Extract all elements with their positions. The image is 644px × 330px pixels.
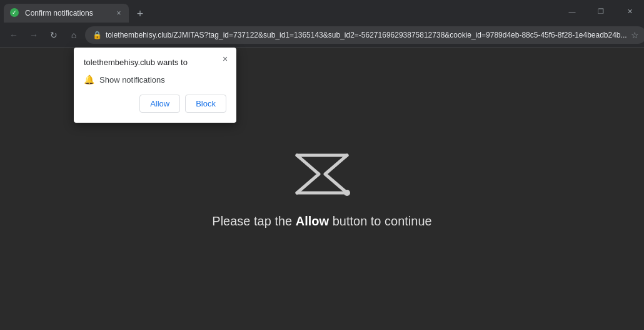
bell-icon: 🔔 xyxy=(84,75,94,85)
popup-permission-row: 🔔 Show notifications xyxy=(84,75,226,85)
page-content: tolethembehisy.club wants to × 🔔 Show no… xyxy=(0,48,644,330)
active-tab[interactable]: ✓ Confirm notifications × xyxy=(4,4,129,23)
notification-popup: tolethembehisy.club wants to × 🔔 Show no… xyxy=(74,48,236,123)
favicon-check: ✓ xyxy=(12,10,17,16)
popup-close-button[interactable]: × xyxy=(219,53,231,65)
bowtie-logo xyxy=(291,149,353,199)
browser-frame: ✓ Confirm notifications × + — ❐ ✕ ← → ↻ … xyxy=(0,0,644,330)
omnibox[interactable]: 🔒 tolethembehisy.club/ZJMITAS?tag_id=737… xyxy=(85,26,644,44)
title-bar: ✓ Confirm notifications × + — ❐ ✕ xyxy=(0,0,644,23)
block-button[interactable]: Block xyxy=(185,95,226,113)
bookmark-star-icon[interactable]: ☆ xyxy=(631,30,639,40)
popup-title: tolethembehisy.club wants to xyxy=(84,58,226,67)
continue-text: Please tap the Allow button to continue xyxy=(212,214,431,229)
allow-button[interactable]: Allow xyxy=(139,95,180,113)
continue-bold: Allow xyxy=(296,214,329,228)
window-controls: — ❐ ✕ xyxy=(558,0,644,23)
minimize-button[interactable]: — xyxy=(558,0,586,23)
tab-close-button[interactable]: × xyxy=(114,8,124,18)
home-button[interactable]: ⌂ xyxy=(65,26,83,44)
lock-icon: 🔒 xyxy=(93,31,102,39)
popup-actions: Allow Block xyxy=(84,95,226,113)
nav-bar: ← → ↻ ⌂ 🔒 tolethembehisy.club/ZJMITAS?ta… xyxy=(0,23,644,48)
tab-strip: ✓ Confirm notifications × + xyxy=(0,0,558,23)
continue-prefix: Please tap the xyxy=(212,214,295,228)
center-content: Please tap the Allow button to continue xyxy=(212,149,431,229)
tab-title: Confirm notifications xyxy=(25,9,109,18)
continue-suffix: button to continue xyxy=(329,214,432,228)
forward-button[interactable]: → xyxy=(25,26,43,44)
maximize-button[interactable]: ❐ xyxy=(586,0,615,23)
close-button[interactable]: ✕ xyxy=(615,0,644,23)
new-tab-button[interactable]: + xyxy=(131,5,149,23)
popup-permission-text: Show notifications xyxy=(99,75,165,85)
tab-favicon: ✓ xyxy=(10,8,20,18)
reload-button[interactable]: ↻ xyxy=(45,26,63,44)
svg-point-0 xyxy=(344,190,350,196)
favicon-circle: ✓ xyxy=(10,8,19,17)
back-button[interactable]: ← xyxy=(5,26,23,44)
url-display: tolethembehisy.club/ZJMITAS?tag_id=73712… xyxy=(106,31,627,39)
